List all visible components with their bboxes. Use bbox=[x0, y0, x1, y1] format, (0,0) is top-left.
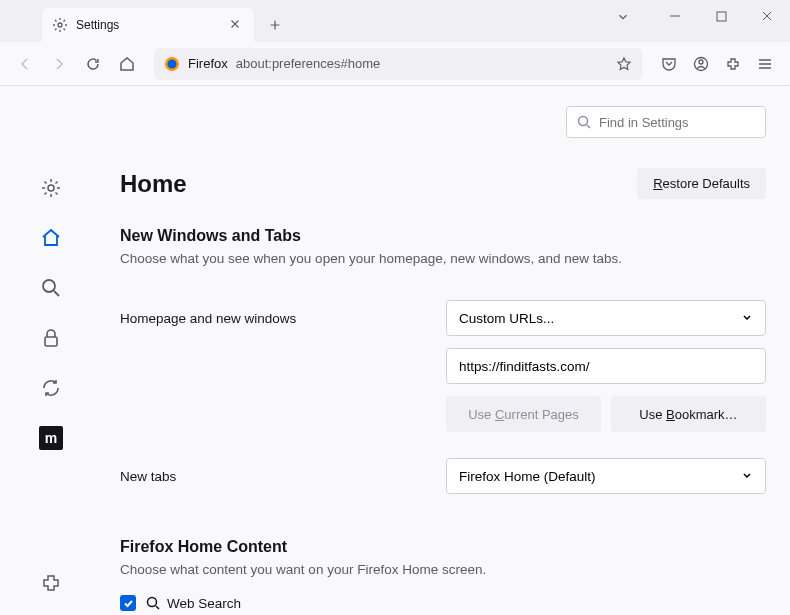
restore-defaults-button[interactable]: Restore Defaults bbox=[637, 168, 766, 199]
websearch-checkbox[interactable] bbox=[120, 595, 136, 611]
find-input[interactable] bbox=[599, 115, 767, 130]
chevron-down-icon bbox=[741, 470, 753, 482]
svg-point-0 bbox=[58, 23, 62, 27]
url-text: about:preferences#home bbox=[236, 56, 608, 71]
section-home-content-title: Firefox Home Content bbox=[120, 538, 766, 556]
sidebar-item-extensions[interactable] bbox=[37, 569, 65, 597]
account-button[interactable] bbox=[686, 49, 716, 79]
sidebar-item-more[interactable]: m bbox=[37, 424, 65, 452]
homepage-select-value: Custom URLs... bbox=[459, 311, 554, 326]
m-badge-icon: m bbox=[39, 426, 63, 450]
chevron-down-icon bbox=[741, 312, 753, 324]
use-current-pages-button[interactable]: Use Current Pages bbox=[446, 396, 601, 432]
find-in-settings[interactable] bbox=[566, 106, 766, 138]
extensions-button[interactable] bbox=[718, 49, 748, 79]
tabs-dropdown-icon[interactable] bbox=[616, 10, 630, 24]
svg-rect-1 bbox=[717, 12, 726, 21]
sidebar-item-sync[interactable] bbox=[37, 374, 65, 402]
svg-point-6 bbox=[48, 185, 54, 191]
svg-point-7 bbox=[43, 280, 55, 292]
firefox-logo-icon bbox=[164, 56, 180, 72]
url-bar[interactable]: Firefox about:preferences#home bbox=[154, 48, 642, 80]
back-button[interactable] bbox=[10, 49, 40, 79]
tab-settings[interactable]: Settings bbox=[42, 8, 254, 42]
homepage-url-input[interactable] bbox=[446, 348, 766, 384]
newtabs-select[interactable]: Firefox Home (Default) bbox=[446, 458, 766, 494]
section-home-content-desc: Choose what content you want on your Fir… bbox=[120, 562, 766, 577]
svg-point-9 bbox=[579, 117, 588, 126]
newtabs-label: New tabs bbox=[120, 469, 426, 484]
reload-button[interactable] bbox=[78, 49, 108, 79]
section-new-windows-title: New Windows and Tabs bbox=[120, 227, 766, 245]
menu-button[interactable] bbox=[750, 49, 780, 79]
svg-point-3 bbox=[168, 59, 177, 68]
minimize-button[interactable] bbox=[652, 0, 698, 32]
newtabs-select-value: Firefox Home (Default) bbox=[459, 469, 596, 484]
tab-label: Settings bbox=[76, 18, 228, 32]
gear-icon bbox=[52, 17, 68, 33]
sidebar-item-search[interactable] bbox=[37, 274, 65, 302]
sidebar-item-privacy[interactable] bbox=[37, 324, 65, 352]
homepage-select[interactable]: Custom URLs... bbox=[446, 300, 766, 336]
bookmark-star-icon[interactable] bbox=[616, 56, 632, 72]
sidebar-item-general[interactable] bbox=[37, 174, 65, 202]
forward-button[interactable] bbox=[44, 49, 74, 79]
svg-point-10 bbox=[148, 598, 157, 607]
websearch-label: Web Search bbox=[167, 596, 241, 611]
maximize-button[interactable] bbox=[698, 0, 744, 32]
svg-point-5 bbox=[699, 60, 703, 64]
new-tab-button[interactable] bbox=[260, 10, 290, 40]
page-title: Home bbox=[120, 170, 187, 198]
use-bookmark-button[interactable]: Use Bookmark… bbox=[611, 396, 766, 432]
search-icon bbox=[146, 596, 160, 610]
svg-rect-8 bbox=[45, 337, 57, 346]
pocket-button[interactable] bbox=[654, 49, 684, 79]
home-button[interactable] bbox=[112, 49, 142, 79]
identity-label: Firefox bbox=[188, 56, 228, 71]
homepage-label: Homepage and new windows bbox=[120, 311, 426, 326]
close-window-button[interactable] bbox=[744, 0, 790, 32]
sidebar-item-home[interactable] bbox=[37, 224, 65, 252]
section-new-windows-desc: Choose what you see when you open your h… bbox=[120, 251, 766, 266]
close-icon[interactable] bbox=[228, 17, 244, 33]
search-icon bbox=[577, 115, 591, 129]
